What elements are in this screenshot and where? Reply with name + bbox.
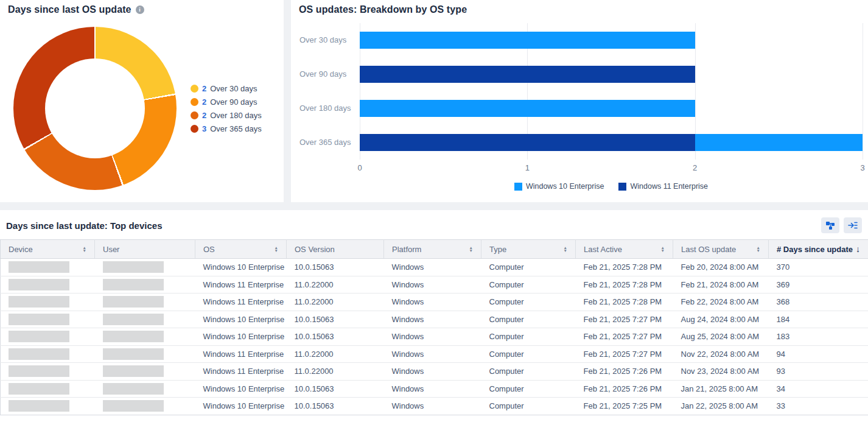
cell-platform: Windows (384, 398, 481, 415)
donut-legend-item[interactable]: 2Over 30 days (191, 84, 262, 93)
bar-segment[interactable] (360, 32, 695, 49)
legend-label: Over 90 days (210, 97, 257, 107)
donut-legend: 2Over 30 days2Over 90 days2Over 180 days… (191, 84, 262, 133)
bar-legend-item[interactable]: Windows 11 Enterprise (618, 182, 708, 191)
donut-card: Days since last OS update i 2Over 30 day… (0, 0, 284, 202)
cell-user (95, 398, 195, 415)
cell-last_active: Feb 21, 2025 7:25 PM (576, 398, 673, 415)
bar-legend-label: Windows 10 Enterprise (526, 182, 604, 191)
column-header-last_os_update[interactable]: Last OS update▲▼ (673, 240, 769, 259)
legend-swatch (191, 85, 198, 93)
column-header-type[interactable]: Type▲▼ (481, 240, 576, 259)
column-label: User (103, 245, 119, 254)
column-header-user[interactable]: User (95, 240, 195, 259)
hierarchy-view-button[interactable] (821, 217, 839, 233)
cell-os: Windows 10 Enterprise (195, 259, 287, 276)
redacted-value (103, 314, 164, 325)
cell-last_active: Feb 21, 2025 7:28 PM (576, 294, 673, 311)
sort-icon: ▲▼ (661, 246, 665, 252)
cell-platform: Windows (384, 380, 481, 398)
redacted-value (9, 348, 69, 360)
table-row[interactable]: Windows 10 Enterprise10.0.15063WindowsCo… (1, 259, 868, 276)
redacted-value (9, 383, 69, 395)
cell-user (95, 276, 195, 294)
redacted-value (103, 279, 164, 290)
bar-row (360, 134, 863, 151)
table-row[interactable]: Windows 11 Enterprise11.0.22000WindowsCo… (1, 345, 868, 363)
cell-device (1, 380, 95, 398)
donut-legend-item[interactable]: 3Over 365 days (191, 124, 262, 133)
legend-label: Over 365 days (210, 124, 262, 133)
cell-device (1, 276, 95, 294)
cell-os_version: 10.0.15063 (287, 328, 384, 346)
x-tick-label: 2 (693, 163, 697, 172)
column-header-last_active[interactable]: Last Active▲▼ (576, 240, 673, 259)
bar-category-labels: Over 30 daysOver 90 daysOver 180 daysOve… (299, 23, 357, 160)
cell-last_os_update: Aug 25, 2024 8:00 AM (673, 328, 769, 346)
bar-card-title-text: OS updates: Breakdown by OS type (299, 4, 467, 15)
cell-os_version: 10.0.15063 (287, 259, 384, 276)
column-header-platform[interactable]: Platform▲▼ (384, 240, 481, 259)
bar-segment[interactable] (360, 100, 695, 117)
table-row[interactable]: Windows 11 Enterprise11.0.22000WindowsCo… (1, 276, 868, 294)
bar-plot (360, 23, 863, 160)
bar-category-label: Over 90 days (299, 69, 346, 79)
cell-platform: Windows (384, 311, 481, 328)
cell-os_version: 10.0.15063 (287, 398, 384, 415)
column-label: Device (9, 245, 33, 254)
cell-os: Windows 10 Enterprise (195, 380, 287, 398)
column-header-os_version[interactable]: OS Version (287, 240, 384, 259)
redacted-value (103, 400, 164, 412)
column-header-inner: # Days since update↓ (777, 244, 860, 254)
table-row[interactable]: Windows 10 Enterprise10.0.15063WindowsCo… (1, 380, 868, 398)
redacted-value (103, 331, 164, 342)
column-header-inner: User (103, 245, 187, 254)
sort-desc-icon: ↓ (856, 244, 860, 254)
table-row[interactable]: Windows 11 Enterprise11.0.22000WindowsCo… (1, 294, 868, 311)
cell-days_since_update: 93 (769, 363, 868, 381)
cell-user (95, 328, 195, 346)
column-label: Type (489, 245, 506, 254)
cell-os_version: 11.0.22000 (287, 345, 384, 363)
redacted-value (9, 279, 69, 290)
bar-x-axis: 0123 (360, 163, 863, 173)
bar-segment[interactable] (360, 66, 695, 83)
table-head-row: Device▲▼UserOS▲▼OS VersionPlatform▲▼Type… (1, 240, 868, 259)
column-label: Last OS update (681, 245, 736, 254)
jump-to-list-icon (848, 220, 858, 230)
redacted-value (103, 261, 164, 273)
cell-os: Windows 10 Enterprise (195, 328, 287, 346)
bar-card-title: OS updates: Breakdown by OS type (299, 4, 467, 15)
column-header-days_since_update[interactable]: # Days since update↓ (769, 240, 868, 259)
x-tick-label: 1 (525, 163, 530, 172)
cell-device (1, 363, 95, 381)
redacted-value (103, 365, 164, 377)
info-icon[interactable]: i (136, 5, 144, 14)
hierarchy-view-icon (825, 220, 835, 230)
gridline (863, 23, 863, 160)
cell-device (1, 345, 95, 363)
table-row[interactable]: Windows 10 Enterprise10.0.15063WindowsCo… (1, 328, 868, 346)
redacted-value (9, 331, 69, 342)
donut-legend-item[interactable]: 2Over 180 days (191, 111, 262, 120)
donut-legend-item[interactable]: 2Over 90 days (191, 97, 262, 107)
bar-segment[interactable] (695, 134, 863, 151)
cell-device (1, 294, 95, 311)
legend-value: 3 (202, 124, 206, 133)
table-row[interactable]: Windows 10 Enterprise10.0.15063WindowsCo… (1, 398, 868, 415)
bar-legend-item[interactable]: Windows 10 Enterprise (514, 182, 604, 191)
bar-segment[interactable] (360, 134, 695, 151)
jump-to-list-button[interactable] (844, 217, 862, 233)
cell-last_os_update: Nov 23, 2024 8:00 AM (673, 363, 769, 381)
column-header-os[interactable]: OS▲▼ (195, 240, 287, 259)
cell-last_os_update: Aug 24, 2024 8:00 AM (673, 311, 769, 328)
table-row[interactable]: Windows 11 Enterprise11.0.22000WindowsCo… (1, 363, 868, 381)
cell-type: Computer (481, 345, 576, 363)
donut-chart[interactable] (13, 27, 177, 190)
column-header-inner: Last Active▲▼ (584, 245, 665, 254)
cell-last_active: Feb 21, 2025 7:28 PM (576, 259, 673, 276)
cell-days_since_update: 34 (769, 380, 868, 398)
column-label: OS (203, 245, 215, 254)
table-row[interactable]: Windows 10 Enterprise10.0.15063WindowsCo… (1, 311, 868, 328)
column-header-device[interactable]: Device▲▼ (1, 240, 95, 259)
